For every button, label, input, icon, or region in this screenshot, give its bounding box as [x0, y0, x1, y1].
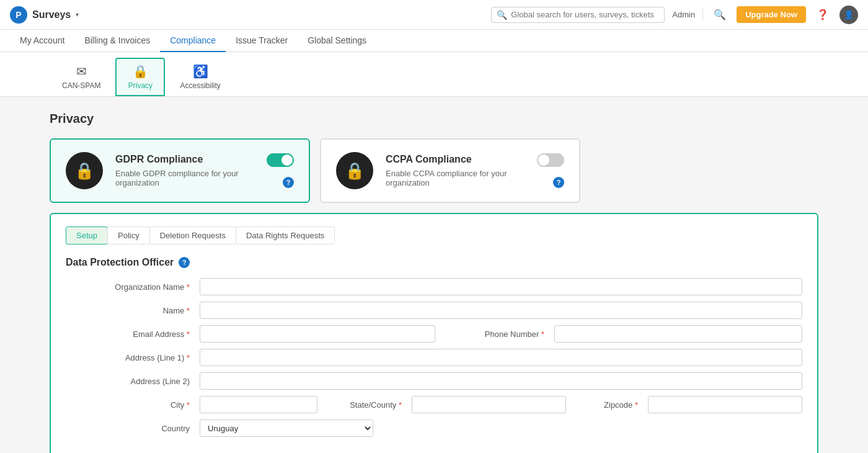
subnav-item-accessibility[interactable]: ♿ Accessibility — [167, 58, 232, 96]
gdpr-card: 🔒 GDPR Compliance Enable GDPR compliance… — [50, 138, 310, 203]
gdpr-toggle[interactable] — [267, 153, 294, 167]
ccpa-toggle-area: ? — [537, 153, 564, 188]
name-row: Name * — [66, 302, 802, 319]
subnav-label-can-spam: CAN-SPAM — [62, 81, 100, 90]
state-label: State/County * — [327, 400, 402, 410]
gdpr-description: Enable GDPR compliance for your organiza… — [115, 169, 254, 187]
zipcode-input[interactable] — [648, 396, 802, 413]
ccpa-help-area: ? — [553, 177, 564, 188]
phone-label: Phone Number * — [445, 330, 544, 339]
nav-item-compliance[interactable]: Compliance — [160, 30, 226, 52]
gdpr-tabs: Setup Policy Deletion Requests Data Righ… — [66, 226, 802, 244]
topbar-divider — [702, 9, 703, 21]
avatar-button[interactable]: 👤 — [839, 6, 858, 24]
can-spam-icon: ✉ — [76, 64, 87, 79]
nav-item-issue-tracker[interactable]: Issue Tracker — [226, 30, 298, 52]
phone-input[interactable] — [554, 325, 802, 343]
dpo-section-title: Data Protection Officer ? — [66, 257, 802, 268]
admin-badge: Admin — [672, 10, 695, 19]
ccpa-toggle-slider — [537, 153, 564, 167]
search-icon: 🔍 — [497, 10, 507, 20]
name-label: Name * — [66, 306, 190, 315]
address1-row: Address (Line 1) * — [66, 349, 802, 366]
email-label: Email Address * — [66, 330, 190, 339]
compliance-cards-row: 🔒 GDPR Compliance Enable GDPR compliance… — [50, 138, 818, 203]
ccpa-info: CCPA Compliance Enable CCPA compliance f… — [386, 154, 525, 187]
ccpa-description: Enable CCPA compliance for your organiza… — [386, 169, 525, 187]
ccpa-lock-icon: 🔒 — [336, 152, 373, 189]
upgrade-button[interactable]: Upgrade Now — [737, 6, 806, 23]
name-required: * — [187, 306, 190, 315]
address1-label: Address (Line 1) * — [66, 353, 190, 362]
name-input[interactable] — [200, 302, 802, 319]
gdpr-help-icon[interactable]: ? — [283, 177, 294, 188]
tab-deletion-requests[interactable]: Deletion Requests — [149, 226, 236, 244]
nav-item-my-account[interactable]: My Account — [10, 30, 74, 52]
tab-setup[interactable]: Setup — [66, 226, 108, 244]
main-content: Privacy 🔒 GDPR Compliance Enable GDPR co… — [0, 97, 868, 453]
ccpa-help-icon[interactable]: ? — [553, 177, 564, 188]
org-name-row: Organization Name * — [66, 278, 802, 295]
city-state-zip-row: City * State/County * Zipcode * — [66, 396, 802, 413]
gdpr-info: GDPR Compliance Enable GDPR compliance f… — [115, 154, 254, 187]
country-label: Country — [66, 424, 190, 433]
topbar-right: 🔍 Admin 🔍 Upgrade Now ❓ 👤 — [491, 6, 858, 24]
topbar-left: P Surveys ▾ — [10, 6, 79, 24]
gdpr-title: GDPR Compliance — [115, 154, 254, 165]
nav-item-global-settings[interactable]: Global Settings — [298, 30, 376, 52]
subnav-label-accessibility: Accessibility — [180, 81, 220, 90]
accessibility-icon: ♿ — [193, 64, 208, 79]
main-nav: My Account Billing & Invoices Compliance… — [0, 30, 868, 52]
email-required: * — [187, 330, 190, 339]
gdpr-detail-panel: Setup Policy Deletion Requests Data Righ… — [50, 213, 818, 453]
address2-row: Address (Line 2) — [66, 372, 802, 390]
org-name-input[interactable] — [200, 278, 802, 295]
tab-policy[interactable]: Policy — [107, 226, 150, 244]
help-button[interactable]: ❓ — [813, 6, 832, 24]
app-title: Surveys — [32, 9, 71, 20]
search-bar: 🔍 — [491, 7, 665, 23]
gdpr-help-area: ? — [283, 177, 294, 188]
app-dropdown-arrow[interactable]: ▾ — [76, 11, 79, 18]
subnav-item-privacy[interactable]: 🔒 Privacy — [115, 58, 165, 96]
city-label: City * — [66, 400, 190, 410]
dpo-form: Organization Name * Name * Email Address… — [66, 278, 802, 437]
ccpa-title: CCPA Compliance — [386, 154, 525, 165]
gdpr-lock-icon: 🔒 — [66, 152, 103, 189]
sub-nav: ✉ CAN-SPAM 🔒 Privacy ♿ Accessibility — [0, 52, 868, 97]
org-name-label: Organization Name * — [66, 282, 190, 292]
country-select[interactable]: Uruguay United States United Kingdom Ger… — [200, 419, 373, 437]
gdpr-toggle-area: ? — [267, 153, 294, 188]
page-title: Privacy — [50, 112, 818, 126]
app-logo: P — [10, 6, 27, 24]
address2-label: Address (Line 2) — [66, 377, 190, 386]
email-phone-row: Email Address * Phone Number * — [66, 325, 802, 343]
tab-data-rights[interactable]: Data Rights Requests — [236, 226, 335, 244]
topbar: P Surveys ▾ 🔍 Admin 🔍 Upgrade Now ❓ 👤 — [0, 0, 868, 30]
city-input[interactable] — [200, 396, 317, 413]
country-row: Country Uruguay United States United Kin… — [66, 419, 802, 437]
gdpr-toggle-slider — [267, 153, 294, 167]
ccpa-card: 🔒 CCPA Compliance Enable CCPA compliance… — [320, 138, 580, 203]
email-input[interactable] — [200, 325, 435, 343]
search-button[interactable]: 🔍 — [711, 6, 729, 24]
org-name-required: * — [187, 282, 190, 292]
state-input[interactable] — [412, 396, 566, 413]
ccpa-toggle[interactable] — [537, 153, 564, 167]
zipcode-label: Zipcode * — [576, 400, 638, 410]
subnav-item-can-spam[interactable]: ✉ CAN-SPAM — [50, 58, 113, 96]
nav-item-billing-invoices[interactable]: Billing & Invoices — [74, 30, 160, 52]
dpo-help-icon[interactable]: ? — [179, 257, 190, 268]
subnav-label-privacy: Privacy — [128, 81, 153, 90]
address2-input[interactable] — [200, 372, 802, 390]
privacy-icon: 🔒 — [133, 64, 148, 79]
search-input[interactable] — [511, 10, 659, 19]
address1-input[interactable] — [200, 349, 802, 366]
